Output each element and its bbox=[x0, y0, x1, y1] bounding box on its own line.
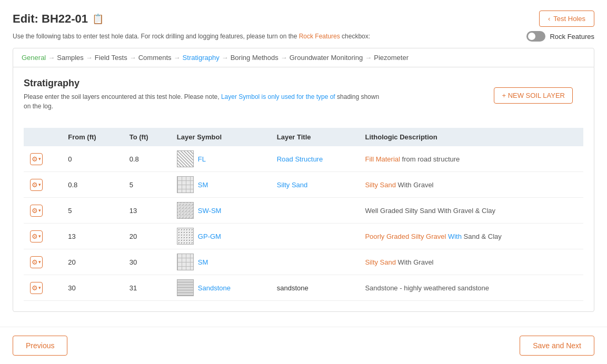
row-action-cell: ⚙ ▾ bbox=[24, 146, 62, 172]
previous-button[interactable]: Previous bbox=[13, 336, 67, 356]
table-row: ⚙ ▾ 20 30 SM bbox=[24, 249, 583, 275]
symbol-code: FL bbox=[198, 155, 206, 163]
symbol-code: SM bbox=[198, 258, 208, 266]
caret-icon: ▾ bbox=[38, 156, 41, 161]
test-holes-label: Test Holes bbox=[553, 15, 585, 23]
tab-samples[interactable]: Samples bbox=[57, 54, 84, 62]
caret-icon: ▾ bbox=[38, 285, 41, 290]
lithologic-desc: Silty Sand With Gravel bbox=[359, 172, 583, 198]
layer-title bbox=[271, 249, 359, 275]
table-row: ⚙ ▾ 0 0.8 FL Road Structure bbox=[24, 146, 583, 172]
symbol-code: SM bbox=[198, 181, 208, 189]
tab-general[interactable]: General bbox=[22, 54, 46, 62]
tab-field-tests[interactable]: Field Tests bbox=[95, 54, 127, 62]
pattern-swatch bbox=[177, 228, 194, 245]
to-value: 20 bbox=[123, 224, 171, 249]
to-value: 0.8 bbox=[123, 146, 171, 172]
title-text: Edit: BH22-01 bbox=[13, 12, 88, 26]
layer-symbol-cell: SW-SM bbox=[171, 198, 271, 224]
gear-icon: ⚙ bbox=[32, 155, 38, 163]
rock-features-link[interactable]: Rock Features bbox=[299, 33, 340, 40]
table-row: ⚙ ▾ 13 20 GP-GM bbox=[24, 224, 583, 249]
rock-features-label: Rock Features bbox=[550, 33, 594, 41]
row-action-cell: ⚙ ▾ bbox=[24, 198, 62, 224]
pattern-swatch bbox=[177, 202, 194, 219]
tab-piezometer[interactable]: Piezometer bbox=[374, 54, 409, 62]
layer-title bbox=[271, 224, 359, 249]
save-next-button[interactable]: Save and Next bbox=[520, 336, 594, 356]
table-row: ⚙ ▾ 5 13 SW-SM bbox=[24, 198, 583, 224]
gear-icon: ⚙ bbox=[32, 181, 38, 189]
row-action-button[interactable]: ⚙ ▾ bbox=[30, 205, 43, 217]
layer-title: Road Structure bbox=[271, 146, 359, 172]
tab-stratigraphy[interactable]: Stratigraphy bbox=[183, 54, 220, 62]
lithologic-desc: Poorly Graded Silty Gravel With Sand & C… bbox=[359, 224, 583, 249]
row-action-button[interactable]: ⚙ ▾ bbox=[30, 179, 43, 191]
tab-comments[interactable]: Comments bbox=[138, 54, 172, 62]
from-value: 20 bbox=[62, 249, 123, 275]
layer-symbol-link[interactable]: Layer Symbol is only used for the type o… bbox=[221, 93, 335, 100]
layer-symbol-cell: SM bbox=[171, 172, 271, 198]
to-value: 13 bbox=[123, 198, 171, 224]
row-action-cell: ⚙ ▾ bbox=[24, 224, 62, 249]
tab-groundwater-monitoring[interactable]: Groundwater Monitoring bbox=[290, 54, 363, 62]
from-value: 0 bbox=[62, 146, 123, 172]
pattern-swatch bbox=[177, 279, 194, 296]
lithologic-desc: Silty Sand With Gravel bbox=[359, 249, 583, 275]
pattern-swatch bbox=[177, 176, 194, 193]
symbol-code: GP-GM bbox=[198, 232, 221, 240]
row-action-button[interactable]: ⚙ ▾ bbox=[30, 230, 43, 242]
layer-title bbox=[271, 198, 359, 224]
row-action-cell: ⚙ ▾ bbox=[24, 275, 62, 301]
table-row: ⚙ ▾ 30 31 Sandstone sandstone bbox=[24, 275, 583, 301]
row-action-cell: ⚙ ▾ bbox=[24, 172, 62, 198]
row-action-button[interactable]: ⚙ ▾ bbox=[30, 153, 43, 165]
from-value: 0.8 bbox=[62, 172, 123, 198]
instruction-row: Use the following tabs to enter test hol… bbox=[13, 31, 594, 42]
layer-symbol-cell: FL bbox=[171, 146, 271, 172]
test-holes-button[interactable]: ‹ Test Holes bbox=[539, 11, 594, 27]
gear-icon: ⚙ bbox=[32, 207, 38, 215]
caret-icon: ▾ bbox=[38, 234, 41, 239]
table-row: ⚙ ▾ 0.8 5 SM Silty Sand bbox=[24, 172, 583, 198]
chevron-left-icon: ‹ bbox=[548, 15, 550, 23]
row-action-cell: ⚙ ▾ bbox=[24, 249, 62, 275]
caret-icon: ▾ bbox=[38, 259, 41, 265]
gear-icon: ⚙ bbox=[32, 232, 38, 240]
tabs-nav: General → Samples → Field Tests → Commen… bbox=[13, 48, 594, 67]
from-value: 5 bbox=[62, 198, 123, 224]
footer: Previous Save and Next bbox=[0, 327, 607, 364]
gear-icon: ⚙ bbox=[32, 258, 38, 266]
lithologic-desc: Well Graded Silty Sand With Gravel & Cla… bbox=[359, 198, 583, 224]
layer-title: Silty Sand bbox=[271, 172, 359, 198]
to-value: 31 bbox=[123, 275, 171, 301]
col-to: To (ft) bbox=[123, 128, 171, 146]
rock-features-toggle[interactable] bbox=[526, 31, 545, 42]
caret-icon: ▾ bbox=[38, 208, 41, 213]
from-value: 13 bbox=[62, 224, 123, 249]
from-value: 30 bbox=[62, 275, 123, 301]
col-layer-symbol: Layer Symbol bbox=[171, 128, 271, 146]
layer-title: sandstone bbox=[271, 275, 359, 301]
pattern-swatch bbox=[177, 150, 194, 167]
section-content: Stratigraphy Please enter the soil layer… bbox=[13, 67, 594, 311]
layer-symbol-cell: SM bbox=[171, 249, 271, 275]
instruction-text: Use the following tabs to enter test hol… bbox=[13, 33, 370, 40]
lithologic-desc: Fill Material from road structure bbox=[359, 146, 583, 172]
tab-boring-methods[interactable]: Boring Methods bbox=[231, 54, 278, 62]
copy-icon[interactable]: 📋 bbox=[92, 13, 104, 25]
caret-icon: ▾ bbox=[38, 182, 41, 187]
layer-symbol-cell: Sandstone bbox=[171, 275, 271, 301]
section-header: Stratigraphy Please enter the soil layer… bbox=[24, 78, 583, 119]
row-action-button[interactable]: ⚙ ▾ bbox=[30, 256, 43, 268]
col-from: From (ft) bbox=[62, 128, 123, 146]
section-description: Please enter the soil layers encountered… bbox=[24, 92, 382, 111]
new-soil-layer-button[interactable]: + NEW SOIL LAYER bbox=[494, 87, 573, 104]
gear-icon: ⚙ bbox=[32, 284, 38, 292]
table-header-row: From (ft) To (ft) Layer Symbol Layer Tit… bbox=[24, 128, 583, 146]
symbol-code: Sandstone bbox=[198, 284, 231, 292]
pattern-swatch bbox=[177, 254, 194, 270]
row-action-button[interactable]: ⚙ ▾ bbox=[30, 282, 43, 294]
to-value: 30 bbox=[123, 249, 171, 275]
tabs-container: General → Samples → Field Tests → Commen… bbox=[13, 48, 594, 312]
